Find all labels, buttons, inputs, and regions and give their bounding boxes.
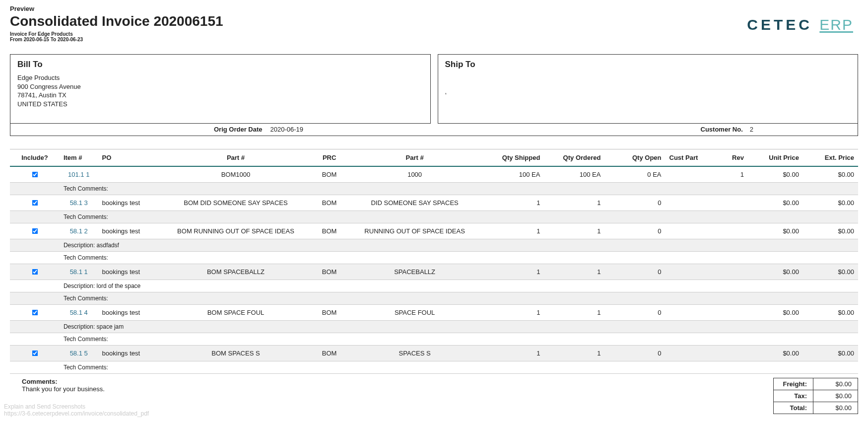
cell-po: bookings test <box>98 223 159 239</box>
cell-cust-part <box>666 264 721 280</box>
cell-unit-price: $0.00 <box>748 223 803 239</box>
cell-cust-part <box>666 223 721 239</box>
cell-part2: SPACEBALLZ <box>346 264 483 280</box>
bill-to-country: UNITED STATES <box>17 100 423 109</box>
cell-unit-price: $0.00 <box>748 346 803 361</box>
item-link[interactable]: 58.1 4 <box>70 309 88 316</box>
cell-qty-open: 0 <box>604 346 665 361</box>
bill-to-name: Edge Products <box>17 73 423 82</box>
ship-to-box: Ship To , <box>438 54 859 124</box>
logo: CETEC ERP <box>747 16 853 33</box>
cell-part1: BOM1000 <box>159 166 313 183</box>
cell-unit-price: $0.00 <box>748 305 803 321</box>
item-link[interactable]: 101.1 1 <box>68 171 89 178</box>
meta-bar: Orig Order Date 2020-06-19 Customer No. … <box>10 123 858 136</box>
item-link[interactable]: 58.1 5 <box>70 350 88 357</box>
cell-qty-shipped: 1 <box>483 195 544 211</box>
cell-cust-part <box>666 305 721 321</box>
cell-prc: BOM <box>313 264 346 280</box>
cell-cust-part <box>666 166 721 183</box>
cell-qty-shipped: 1 <box>483 223 544 239</box>
col-qty-ordered: Qty Ordered <box>544 149 604 167</box>
comments-text: Thank you for your business. <box>22 385 105 393</box>
cell-cust-part <box>666 195 721 211</box>
cell-ext-price: $0.00 <box>803 305 858 321</box>
cell-qty-ordered: 1 <box>544 264 604 280</box>
bill-to-city: 78741, Austin TX <box>17 91 423 100</box>
totals-table: Freight: $0.00 Tax: $0.00 Total: $0.00 <box>773 378 858 414</box>
comments-label: Comments: <box>22 378 105 385</box>
cell-qty-open: 0 <box>604 223 665 239</box>
cell-part2: RUNNING OUT OF SPACE IDEAS <box>346 223 483 239</box>
include-checkbox[interactable] <box>32 269 38 275</box>
include-checkbox[interactable] <box>32 228 38 234</box>
cell-ext-price: $0.00 <box>803 195 858 211</box>
col-ext-price: Ext. Price <box>803 149 858 167</box>
include-checkbox[interactable] <box>32 351 38 356</box>
cell-prc: BOM <box>313 195 346 211</box>
cell-po: bookings test <box>98 346 159 361</box>
freight-label: Freight: <box>774 378 813 390</box>
note-row: Tech Comments: <box>10 361 858 374</box>
cell-po: bookings test <box>98 195 159 211</box>
col-po: PO <box>98 149 159 167</box>
cell-qty-ordered: 1 <box>544 195 604 211</box>
note-row: Description: asdfadsf <box>10 239 858 252</box>
cell-unit-price: $0.00 <box>748 166 803 183</box>
cell-ext-price: $0.00 <box>803 223 858 239</box>
cell-rev <box>720 195 747 211</box>
note-text: Description: asdfadsf <box>60 239 858 252</box>
table-row: 58.1 1bookings testBOM SPACEBALLZBOMSPAC… <box>10 264 858 280</box>
item-link[interactable]: 58.1 1 <box>70 268 88 276</box>
col-qty-shipped: Qty Shipped <box>483 149 544 167</box>
cell-unit-price: $0.00 <box>748 195 803 211</box>
include-checkbox[interactable] <box>32 310 38 316</box>
col-include: Include? <box>10 149 60 167</box>
subtitle-date-range: From 2020-06-15 To 2020-06-23 <box>10 37 223 42</box>
bill-to-street: 900 Congress Avenue <box>17 82 423 91</box>
note-text: Tech Comments: <box>60 361 858 374</box>
cell-part2: SPACE FOUL <box>346 305 483 321</box>
preview-label: Preview <box>10 5 858 12</box>
include-checkbox[interactable] <box>32 172 38 178</box>
note-text: Tech Comments: <box>60 333 858 346</box>
note-text: Tech Comments: <box>60 183 858 195</box>
cell-ext-price: $0.00 <box>803 264 858 280</box>
tax-value: $0.00 <box>813 390 858 402</box>
cell-unit-price: $0.00 <box>748 264 803 280</box>
bill-to-box: Bill To Edge Products 900 Congress Avenu… <box>10 54 431 124</box>
page-title: Consolidated Invoice 202006151 <box>10 13 223 29</box>
orig-order-date-value: 2020-06-19 <box>270 126 304 133</box>
orig-order-date-label: Orig Order Date <box>214 126 263 133</box>
cell-rev <box>720 264 747 280</box>
cell-rev <box>720 305 747 321</box>
include-checkbox[interactable] <box>32 200 38 206</box>
item-link[interactable]: 58.1 3 <box>70 199 88 207</box>
ship-to-line: , <box>445 87 851 96</box>
cell-part1: BOM SPACES S <box>159 346 313 361</box>
cell-qty-ordered: 1 <box>544 305 604 321</box>
cell-po: bookings test <box>98 305 159 321</box>
cell-ext-price: $0.00 <box>803 166 858 183</box>
note-row: Description: lord of the space <box>10 280 858 292</box>
item-link[interactable]: 58.1 2 <box>70 227 88 235</box>
col-unit-price: Unit Price <box>748 149 803 167</box>
table-row: 58.1 2bookings testBOM RUNNING OUT OF SP… <box>10 223 858 239</box>
customer-no-label: Customer No. <box>701 126 743 133</box>
cell-qty-ordered: 1 <box>544 346 604 361</box>
cell-qty-open: 0 <box>604 305 665 321</box>
invoice-table: Include? Item # PO Part # PRC Part # Qty… <box>10 149 858 374</box>
total-value: $0.00 <box>813 402 858 414</box>
col-part1: Part # <box>159 149 313 167</box>
freight-value: $0.00 <box>813 378 858 390</box>
col-qty-open: Qty Open <box>604 149 665 167</box>
screenshot-hint-2: https://3-6.cetecerpdevel.com/invoice/co… <box>4 410 149 417</box>
col-prc: PRC <box>313 149 346 167</box>
cell-part1: BOM DID SOMEONE SAY SPACES <box>159 195 313 211</box>
cell-po <box>98 166 159 183</box>
cell-prc: BOM <box>313 223 346 239</box>
cell-part2: DID SOMEONE SAY SPACES <box>346 195 483 211</box>
tax-label: Tax: <box>774 390 813 402</box>
cell-prc: BOM <box>313 346 346 361</box>
cell-qty-shipped: 1 <box>483 346 544 361</box>
